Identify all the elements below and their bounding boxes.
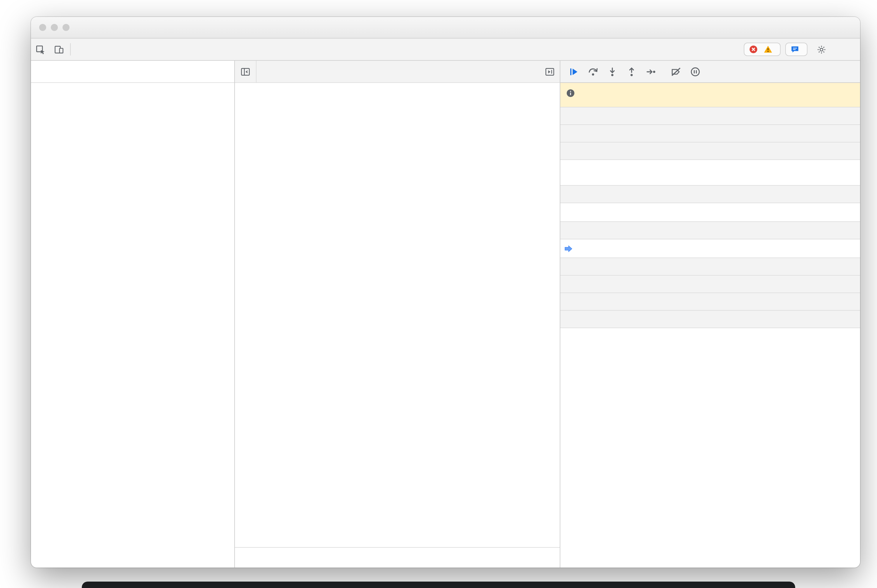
- global-listeners-header[interactable]: [560, 292, 860, 310]
- editor-tabbar: [235, 61, 560, 83]
- pretty-print-button[interactable]: [242, 556, 248, 559]
- resume-icon: [568, 66, 580, 77]
- step-over-icon: [587, 66, 599, 77]
- device-toolbar-icon: [54, 44, 64, 55]
- editor-panel: [235, 61, 560, 568]
- execution-arrow-icon: [564, 245, 573, 252]
- more-editors-button[interactable]: [545, 61, 560, 82]
- breakpoints-section: [560, 142, 860, 186]
- threads-header[interactable]: [560, 107, 860, 125]
- settings-button[interactable]: [812, 44, 831, 55]
- step-button[interactable]: [642, 63, 660, 80]
- minimize-window-button[interactable]: [51, 24, 58, 31]
- toolbar-right: [744, 39, 860, 60]
- scope-section: [560, 186, 860, 222]
- debugger-sections: [560, 83, 860, 568]
- call-stack-section: [560, 222, 860, 258]
- issues-icon: [791, 45, 799, 54]
- pause-on-exceptions-button[interactable]: [686, 63, 704, 80]
- navigator-tabs: [31, 61, 234, 83]
- event-listener-breakpoints-section: [560, 310, 860, 328]
- paused-banner: [560, 83, 860, 108]
- background-window-strip: [82, 582, 795, 588]
- pause-on-exceptions-icon: [689, 66, 701, 77]
- file-tree: [31, 83, 234, 88]
- no-breakpoints-message: [560, 160, 860, 186]
- zoom-window-button[interactable]: [63, 24, 69, 31]
- issues-button[interactable]: [785, 43, 808, 56]
- step-icon: [645, 66, 657, 77]
- console-status-button[interactable]: [744, 43, 781, 56]
- toolbar-divider: [70, 43, 71, 56]
- close-window-button[interactable]: [39, 24, 46, 31]
- watch-header[interactable]: [560, 124, 860, 142]
- call-stack-frame[interactable]: [560, 239, 860, 258]
- threads-section: [560, 108, 860, 125]
- deactivate-breakpoints-icon: [670, 66, 682, 77]
- gear-icon: [816, 44, 827, 55]
- inspect-icon: [35, 44, 45, 55]
- toggle-navigator-icon: [240, 66, 251, 77]
- navigator-panel: [31, 61, 235, 568]
- more-panels-icon[interactable]: [72, 39, 84, 60]
- info-icon: [566, 89, 575, 98]
- devtools-toolbar: [31, 39, 860, 61]
- step-out-icon: [626, 66, 638, 77]
- code-editor[interactable]: [235, 83, 560, 547]
- device-toolbar-button[interactable]: [50, 39, 68, 60]
- debugger-toolbar: [560, 61, 860, 83]
- debugger-panel: [560, 61, 860, 568]
- dom-breakpoints-header[interactable]: [560, 275, 860, 293]
- toggle-navigator-button[interactable]: [235, 61, 257, 82]
- warning-badge-icon: [764, 45, 772, 54]
- inspect-button[interactable]: [31, 39, 50, 60]
- window-titlebar: [31, 17, 860, 39]
- resume-button[interactable]: [565, 63, 582, 80]
- breakpoints-header[interactable]: [560, 142, 860, 160]
- scope-global-row[interactable]: [560, 203, 860, 222]
- editor-statusbar: [235, 547, 560, 568]
- call-stack-header[interactable]: [560, 221, 860, 239]
- step-out-button[interactable]: [623, 63, 640, 80]
- step-into-button[interactable]: [603, 63, 621, 80]
- devtools-window: [31, 17, 860, 568]
- xhr-breakpoints-header[interactable]: [560, 258, 860, 276]
- devtools-content: [31, 61, 860, 568]
- error-badge-icon: [749, 45, 758, 54]
- step-into-icon: [606, 66, 618, 77]
- scope-header[interactable]: [560, 185, 860, 203]
- screenshot-stage: [0, 0, 877, 588]
- event-listener-breakpoints-header[interactable]: [560, 310, 860, 328]
- step-over-button[interactable]: [584, 63, 602, 80]
- more-editors-icon: [545, 66, 555, 77]
- deactivate-breakpoints-button[interactable]: [667, 63, 685, 80]
- traffic-lights: [31, 24, 69, 31]
